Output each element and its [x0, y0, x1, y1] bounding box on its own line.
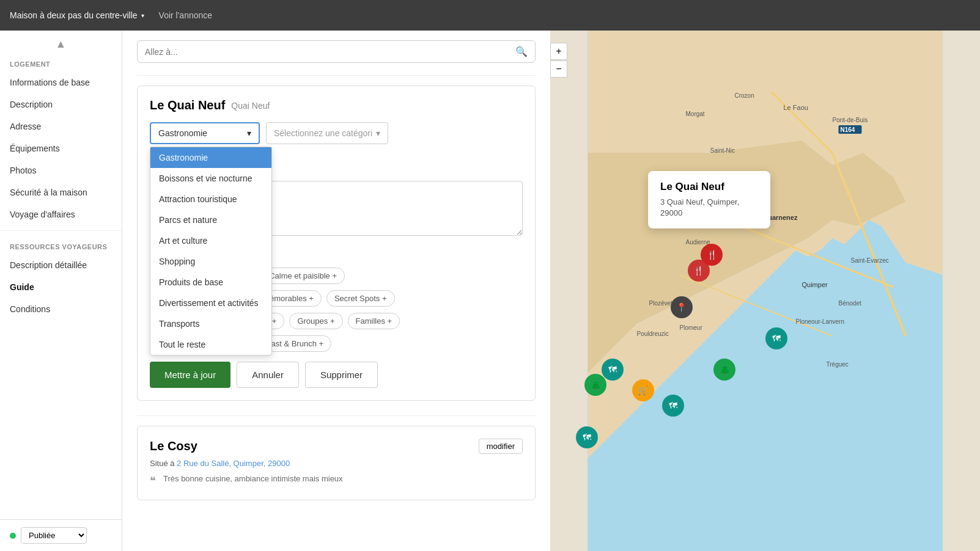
action-buttons-row: Mettre à jour Annuler Supprimer [150, 362, 523, 388]
dropdown-option-produits[interactable]: Produits de base [150, 272, 271, 293]
svg-text:Saint-Nic: Saint-Nic [710, 147, 735, 154]
zoom-in-button[interactable]: + [550, 43, 567, 60]
subcategory-arrow-icon: ▾ [376, 128, 380, 138]
nav-title-text: Maison à deux pas du centre-ville [10, 10, 138, 20]
svg-text:Plozévet: Plozévet [649, 300, 673, 307]
dropdown-option-shopping[interactable]: Shopping [150, 251, 271, 272]
map-area: Le Faou Crozon Morgat Pont-de-Buis Saint… [550, 31, 980, 551]
card1-title: Le Quai Neuf [150, 98, 225, 112]
svg-text:Morgat: Morgat [686, 111, 705, 117]
tag-calme[interactable]: Calme et paisible + [261, 268, 345, 284]
sidebar-item-conditions[interactable]: Conditions [0, 298, 122, 320]
category-dropdown-wrapper: Gastronomie ▾ Gastronomie Boissons et vi… [150, 122, 260, 144]
delete-button[interactable]: Supprimer [305, 362, 378, 388]
category-dropdown-menu: Gastronomie Boissons et vie nocturne Att… [150, 147, 272, 356]
sidebar-item-guide[interactable]: Guide [0, 276, 122, 298]
divider-mid [137, 415, 536, 416]
scroll-up-indicator: ▲ [0, 35, 122, 53]
map-popup-addr-line1: 3 Quai Neuf, Quimper, [660, 197, 739, 206]
tag-secret-spots[interactable]: Secret Spots + [326, 290, 395, 307]
dropdown-arrow-icon: ▾ [247, 128, 251, 138]
divider-top [137, 75, 536, 76]
subcategory-placeholder: Sélectionnez une catégori [274, 128, 372, 138]
sidebar-divider [0, 230, 122, 231]
sidebar-item-adresse[interactable]: Adresse [0, 115, 122, 137]
view-listing-link[interactable]: Voir l'annonce [159, 10, 213, 20]
svg-text:Tréguec: Tréguec [827, 361, 849, 368]
sidebar-item-informations-de-base[interactable]: Informations de base [0, 71, 122, 93]
dropdown-option-attraction[interactable]: Attraction touristique [150, 189, 271, 210]
dropdown-option-transports[interactable]: Transports [150, 313, 271, 334]
tag-groupes[interactable]: Groupes + [289, 313, 342, 329]
search-bar: 🔍 [137, 40, 536, 63]
dropdown-option-gastronomie[interactable]: Gastronomie [150, 147, 271, 168]
card-quai-neuf: Le Quai Neuf Quai Neuf Gastronomie ▾ Gas… [137, 86, 536, 401]
cancel-button[interactable]: Annuler [237, 362, 299, 388]
map-svg: Le Faou Crozon Morgat Pont-de-Buis Saint… [550, 31, 980, 551]
map-zoom-controls: + − [550, 43, 567, 78]
sidebar-section-logement: Logement [0, 53, 122, 71]
subcategory-dropdown[interactable]: Sélectionnez une catégori ▾ [266, 122, 388, 144]
svg-text:Plomeur: Plomeur [680, 324, 703, 331]
card-le-cosy: Le Cosy modifier Situé à 2 Rue du Sallé,… [137, 426, 536, 500]
card2-quote: Très bonne cuisine, ambiance intimiste m… [161, 474, 343, 483]
sidebar-bottom-status: Publiée Non publiée [0, 519, 122, 551]
dropdown-option-art[interactable]: Art et culture [150, 230, 271, 251]
svg-text:Bénodet: Bénodet [839, 300, 861, 307]
status-select[interactable]: Publiée Non publiée [21, 527, 87, 544]
svg-text:Ploneour-Lanvern: Ploneour-Lanvern [796, 318, 845, 325]
svg-text:Le Faou: Le Faou [784, 104, 808, 111]
map-pin-8[interactable]: 🌲 [713, 359, 735, 381]
nav-title[interactable]: Maison à deux pas du centre-ville ▾ [10, 10, 144, 20]
card2-address: Situé à 2 Rue du Sallé, Quimper, 29000 [150, 459, 523, 468]
quote-icon: ❝ [150, 474, 156, 487]
map-popup: Le Quai Neuf 3 Quai Neuf, Quimper, 29000 [648, 171, 770, 228]
sidebar-item-description[interactable]: Description [0, 93, 122, 115]
map-pin-4[interactable]: 🗺 [602, 359, 624, 381]
sidebar-item-securite[interactable]: Sécurité à la maison [0, 181, 122, 203]
svg-text:Quimper: Quimper [802, 281, 828, 288]
zoom-out-button[interactable]: − [550, 60, 567, 78]
sidebar: ▲ Logement Informations de base Descript… [0, 31, 122, 551]
svg-text:Crozon: Crozon [735, 92, 754, 99]
map-pin-9[interactable]: 🗺 [576, 426, 598, 448]
card1-subtitle: Quai Neuf [231, 101, 270, 111]
tag-familles[interactable]: Familles + [348, 313, 400, 329]
svg-text:N164: N164 [841, 126, 855, 133]
sidebar-item-equipements[interactable]: Équipements [0, 137, 122, 159]
category-dropdown[interactable]: Gastronomie ▾ [150, 122, 260, 144]
map-popup-address: 3 Quai Neuf, Quimper, 29000 [660, 197, 758, 219]
dropdown-option-divertissement[interactable]: Divertissement et activités [150, 293, 271, 313]
search-input[interactable] [145, 47, 510, 57]
sidebar-section-ressources: Ressources voyageurs [0, 236, 122, 254]
category-form-row: Gastronomie ▾ Gastronomie Boissons et vi… [150, 122, 523, 144]
svg-text:Saint-Evarzec: Saint-Evarzec [851, 257, 889, 264]
map-popup-title: Le Quai Neuf [660, 181, 758, 193]
map-pin-3[interactable]: 📍 [671, 296, 693, 318]
top-navigation: Maison à deux pas du centre-ville ▾ Voir… [0, 0, 980, 31]
dropdown-option-tout[interactable]: Tout le reste [150, 334, 271, 355]
sidebar-item-description-detaillee[interactable]: Description détaillée [0, 254, 122, 276]
status-dot [10, 533, 16, 539]
map-pin-5[interactable]: 🛒 [632, 379, 654, 401]
card2-title: Le Cosy [150, 439, 197, 453]
content-area: 🔍 Le Quai Neuf Quai Neuf Gastronomie ▾ G… [122, 31, 550, 551]
dropdown-option-boissons[interactable]: Boissons et vie nocturne [150, 168, 271, 189]
sidebar-item-voyage[interactable]: Voyage d'affaires [0, 203, 122, 225]
card2-address-link[interactable]: 2 Rue du Sallé, Quimper, 29000 [177, 459, 290, 468]
svg-text:Pont-de-Buis: Pont-de-Buis [833, 117, 868, 123]
chevron-down-icon: ▾ [141, 12, 144, 19]
map-pin-10[interactable]: 🗺 [765, 327, 787, 349]
category-selected: Gastronomie [158, 128, 207, 138]
modifier-button[interactable]: modifier [479, 439, 523, 454]
dropdown-option-parcs[interactable]: Parcs et nature [150, 210, 271, 230]
map-popup-addr-line2: 29000 [660, 208, 682, 217]
sidebar-item-photos[interactable]: Photos [0, 159, 122, 181]
svg-text:Pouldreuzic: Pouldreuzic [637, 330, 669, 337]
update-button[interactable]: Mettre à jour [150, 362, 230, 388]
map-pin-6[interactable]: 🗺 [662, 395, 684, 417]
search-icon: 🔍 [515, 46, 528, 57]
